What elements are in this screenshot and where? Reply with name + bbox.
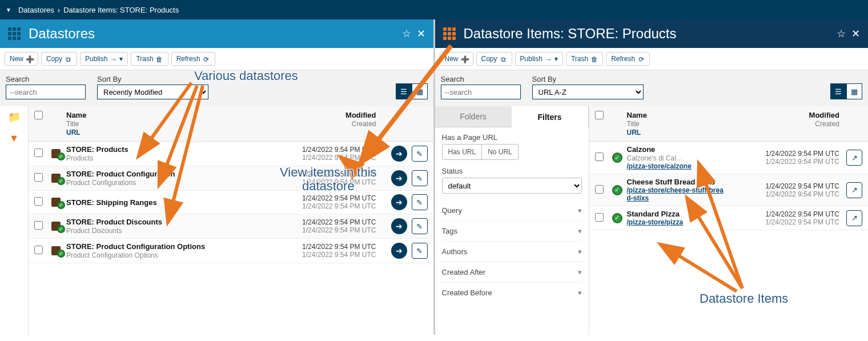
row-checkbox[interactable] xyxy=(34,221,43,230)
tab-folders[interactable]: Folders xyxy=(435,106,512,127)
chevron-down-icon: ▾ xyxy=(578,288,582,297)
close-icon[interactable]: ✕ xyxy=(851,27,860,40)
trash-button[interactable]: Trash🗑 xyxy=(131,52,168,66)
edit-button[interactable]: ✎ xyxy=(412,146,428,162)
breadcrumb-datastores[interactable]: Datastores xyxy=(18,6,54,14)
grid-view-button[interactable]: ▦ xyxy=(846,83,862,99)
apps-icon[interactable] xyxy=(8,27,21,40)
status-ok-icon: ✓ xyxy=(612,153,622,163)
row-checkbox[interactable] xyxy=(595,153,604,161)
sort-select[interactable]: Recently Modified xyxy=(97,85,208,99)
row-checkbox[interactable] xyxy=(34,246,43,254)
list-view-button[interactable]: ☰ xyxy=(830,83,846,99)
edit-button[interactable]: ✎ xyxy=(412,218,428,234)
status-select[interactable]: default xyxy=(442,178,582,194)
table-row[interactable]: ✓ STORE: Product Configuration OptionsPr… xyxy=(29,239,433,263)
folder-icon[interactable]: 📁 xyxy=(8,111,21,123)
trash-button[interactable]: Trash🗑 xyxy=(566,52,603,66)
search-sort-bar: Search Sort By Recently Modified ☰ ▦ xyxy=(0,70,433,106)
filter-section[interactable]: Created After▾ xyxy=(442,262,582,282)
edit-button[interactable]: ✎ xyxy=(412,243,428,259)
open-items-button[interactable]: ➔ xyxy=(391,243,407,259)
row-title: Product Configuration Options xyxy=(66,251,158,259)
publish-button[interactable]: Publish→▾ xyxy=(80,52,128,66)
select-all-checkbox[interactable] xyxy=(595,111,604,119)
row-checkbox[interactable] xyxy=(34,197,43,206)
open-items-button[interactable]: ➔ xyxy=(391,218,407,234)
filter-status-label: Status xyxy=(442,167,582,175)
refresh-button[interactable]: Refresh⟳ xyxy=(606,52,650,66)
select-all-checkbox[interactable] xyxy=(34,111,43,119)
toolbar: New➕ Copy⧉ Publish→▾ Trash🗑 Refresh⟳ xyxy=(0,48,433,70)
has-url-button[interactable]: Has URL xyxy=(443,145,483,159)
publish-button[interactable]: Publish→▾ xyxy=(515,52,563,66)
datastore-status-icon: ✓ xyxy=(51,172,64,184)
close-icon[interactable]: ✕ xyxy=(417,27,425,40)
star-icon[interactable]: ☆ xyxy=(837,27,846,40)
list-header: Name Title URL Modified Created xyxy=(589,106,869,142)
open-link-button[interactable]: ↗ xyxy=(846,182,862,198)
row-modified: 1/24/2022 9:54 PM UTC xyxy=(302,218,376,226)
filter-section[interactable]: Tags▾ xyxy=(442,220,582,241)
row-title: Calzone's di Cal… xyxy=(627,154,683,162)
open-items-button[interactable]: ➔ xyxy=(391,146,407,162)
refresh-button[interactable]: Refresh⟳ xyxy=(171,52,215,66)
filter-section[interactable]: Query▾ xyxy=(442,200,582,220)
open-items-button[interactable]: ➔ xyxy=(391,194,407,210)
filter-section-label: Authors xyxy=(442,247,468,256)
row-name: STORE: Shipping Ranges xyxy=(66,198,262,207)
row-checkbox[interactable] xyxy=(595,213,604,222)
breadcrumb-current[interactable]: Datastore Items: STORE: Products xyxy=(63,6,179,14)
copy-button[interactable]: Copy⧉ xyxy=(41,52,77,66)
toolbar: New➕ Copy⧉ Publish→▾ Trash🗑 Refresh⟳ xyxy=(435,48,869,70)
new-button[interactable]: New➕ xyxy=(440,52,473,66)
chevron-down-icon[interactable]: ▼ xyxy=(6,7,11,13)
row-created: 1/24/2022 9:54 PM UTC xyxy=(766,218,839,226)
apps-icon[interactable] xyxy=(443,27,456,40)
refresh-icon: ⟳ xyxy=(203,55,210,63)
datastore-status-icon: ✓ xyxy=(51,220,64,232)
datastore-status-icon: ✓ xyxy=(51,196,64,208)
search-input[interactable] xyxy=(6,85,86,99)
row-title: Product Configurations xyxy=(66,179,136,187)
filter-has-page-url-label: Has a Page URL xyxy=(442,133,582,142)
table-row[interactable]: ✓ STORE: Product ConfigurationProduct Co… xyxy=(29,166,433,191)
breadcrumb-sep: › xyxy=(58,6,60,14)
open-link-button[interactable]: ↗ xyxy=(846,150,862,166)
edit-button[interactable]: ✎ xyxy=(412,170,428,186)
row-checkbox[interactable] xyxy=(34,149,43,157)
row-url[interactable]: /pizza-store/calzone xyxy=(627,162,726,170)
table-row[interactable]: ✓ STORE: Product DiscountsProduct Discou… xyxy=(29,214,433,239)
open-items-button[interactable]: ➔ xyxy=(391,170,407,186)
filter-section[interactable]: Created Before▾ xyxy=(442,282,582,303)
row-created: 1/24/2022 9:54 PM UTC xyxy=(302,202,376,210)
list-view-button[interactable]: ☰ xyxy=(396,83,412,99)
tab-filters[interactable]: Filters xyxy=(512,106,589,127)
row-url[interactable]: /pizza-store/pizza xyxy=(627,218,726,226)
star-icon[interactable]: ☆ xyxy=(402,27,411,40)
row-url[interactable]: /pizza-store/cheese-stuff-bread-stixs xyxy=(627,186,726,202)
copy-button[interactable]: Copy⧉ xyxy=(476,52,512,66)
table-row[interactable]: ✓ CalzoneCalzone's di Cal…/pizza-store/c… xyxy=(589,142,869,174)
no-url-button[interactable]: No URL xyxy=(482,145,518,159)
filter-section-label: Created Before xyxy=(442,288,492,297)
filter-icon[interactable]: ▼ xyxy=(9,133,19,145)
table-row[interactable]: ✓ STORE: Shipping Ranges 1/24/2022 9:54 … xyxy=(29,191,433,214)
row-checkbox[interactable] xyxy=(34,173,43,182)
search-input[interactable] xyxy=(441,85,521,99)
filter-section-label: Query xyxy=(442,206,462,215)
edit-button[interactable]: ✎ xyxy=(412,194,428,210)
sort-select[interactable]: URL A-Z xyxy=(532,85,644,99)
open-link-button[interactable]: ↗ xyxy=(846,210,862,226)
col-name: Name xyxy=(66,111,262,119)
status-ok-icon: ✓ xyxy=(612,185,622,195)
row-checkbox[interactable] xyxy=(595,185,604,194)
new-button[interactable]: New➕ xyxy=(5,52,38,66)
filter-section[interactable]: Authors▾ xyxy=(442,241,582,262)
trash-icon: 🗑 xyxy=(590,55,598,63)
table-row[interactable]: ✓ STORE: ProductsProducts 1/24/2022 9:54… xyxy=(29,142,433,166)
grid-view-button[interactable]: ▦ xyxy=(412,83,428,99)
table-row[interactable]: ✓ Cheese Stuff Bread Stixs/pizza-store/c… xyxy=(589,174,869,206)
row-name: STORE: Products xyxy=(66,145,262,154)
table-row[interactable]: ✓ Standard Pizza/pizza-store/pizza 1/24/… xyxy=(589,206,869,230)
